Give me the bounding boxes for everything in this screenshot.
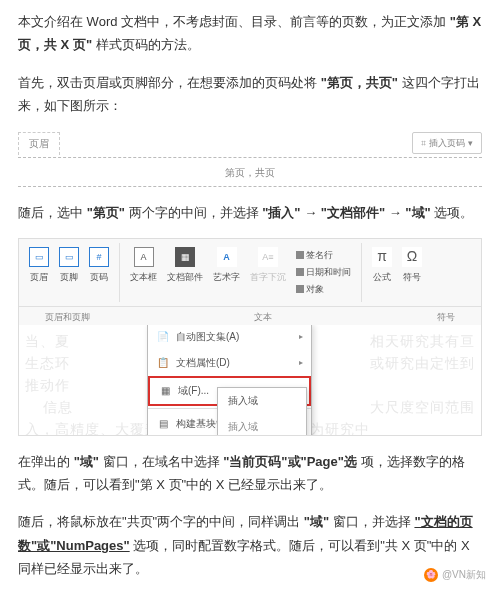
paragraph-4: 在弹出的 "域" 窗口，在域名中选择 "当前页码"或"Page"选 项，选择数字… bbox=[18, 450, 482, 497]
footer-button[interactable]: ▭ 页脚 bbox=[55, 245, 83, 287]
header-icon: ▭ bbox=[29, 247, 49, 267]
dropdown-docprop[interactable]: 📋 文档属性(D) ▸ bbox=[148, 350, 311, 376]
field-icon: ▦ bbox=[158, 385, 172, 397]
pagenum-icon: # bbox=[89, 247, 109, 267]
pagenum-button[interactable]: # 页码 bbox=[85, 245, 113, 287]
group-label-sym: 符号 bbox=[411, 309, 481, 325]
paragraph-2: 首先，双击页眉或页脚部分，在想要添加的页码处将 "第页，共页" 这四个字打出来，… bbox=[18, 71, 482, 118]
screenshot-header-footer: 页眉 ⌗ 插入页码 ▾ 第页，共页 bbox=[18, 132, 482, 187]
paragraph-1: 本文介绍在 Word 文档中，不考虑封面、目录、前言等的页数，为正文添加 "第 … bbox=[18, 10, 482, 57]
screenshot-ribbon-dropdown: ▭ 页眉 ▭ 页脚 # 页码 A 文本框 ▦ bbox=[18, 238, 482, 436]
autotext-icon: 📄 bbox=[156, 331, 170, 343]
dropcap-icon: A≡ bbox=[258, 247, 278, 267]
header-button[interactable]: ▭ 页眉 bbox=[25, 245, 53, 287]
wordart-button[interactable]: A 艺术字 bbox=[209, 245, 244, 300]
dropdown-autotext[interactable]: 📄 自动图文集(A) ▸ bbox=[148, 325, 311, 350]
blocks-icon: ▤ bbox=[156, 418, 170, 430]
textbox-button[interactable]: A 文本框 bbox=[126, 245, 161, 300]
datetime-icon bbox=[296, 268, 304, 276]
signature-button[interactable]: 签名行 bbox=[296, 247, 333, 263]
hash-icon: ⌗ bbox=[421, 135, 426, 151]
watermark-icon: 🌸 bbox=[424, 568, 438, 582]
chevron-right-icon: ▸ bbox=[299, 330, 303, 344]
formula-button[interactable]: π 公式 bbox=[368, 245, 396, 287]
docprop-icon: 📋 bbox=[156, 357, 170, 369]
chevron-right-icon: ▸ bbox=[299, 356, 303, 370]
ribbon: ▭ 页眉 ▭ 页脚 # 页码 A 文本框 ▦ bbox=[19, 239, 481, 307]
docparts-icon: ▦ bbox=[175, 247, 195, 267]
submenu-insert-field[interactable]: 插入域 bbox=[218, 388, 306, 414]
object-icon bbox=[296, 285, 304, 293]
object-button[interactable]: 对象 bbox=[296, 281, 324, 297]
textbox-icon: A bbox=[134, 247, 154, 267]
header-content-text: 第页，共页 bbox=[18, 160, 482, 186]
docparts-button[interactable]: ▦ 文档部件 bbox=[163, 245, 207, 300]
wordart-icon: A bbox=[217, 247, 237, 267]
group-label-text: 文本 bbox=[115, 309, 411, 325]
footer-icon: ▭ bbox=[59, 247, 79, 267]
datetime-button[interactable]: 日期和时间 bbox=[296, 264, 351, 280]
paragraph-5: 随后，将鼠标放在"共页"两个字的中间，同样调出 "域" 窗口，并选择 "文档的页… bbox=[18, 510, 482, 580]
omega-icon: Ω bbox=[402, 247, 422, 267]
watermark: 🌸 @VN新知 bbox=[424, 566, 486, 584]
header-label: 页眉 bbox=[18, 132, 60, 155]
signature-icon bbox=[296, 251, 304, 259]
chevron-down-icon: ▾ bbox=[468, 135, 473, 151]
dropcap-button[interactable]: A≡ 首字下沉 bbox=[246, 245, 290, 300]
pi-icon: π bbox=[372, 247, 392, 267]
group-label-hf: 页眉和页脚 bbox=[19, 309, 115, 325]
field-submenu: 插入域 插入域 bbox=[217, 387, 307, 435]
paragraph-3: 随后，选中 "第页" 两个字的中间，并选择 "插入" → "文档部件" → "域… bbox=[18, 201, 482, 224]
document-background: 当、夏 相天研究其有亘 生态环 或研究由定性到 推动作 信息 大尺度空间范围 入… bbox=[19, 325, 481, 435]
insert-pagenum-button[interactable]: ⌗ 插入页码 ▾ bbox=[412, 132, 482, 154]
submenu-insert-field-2[interactable]: 插入域 bbox=[218, 414, 306, 435]
symbol-button[interactable]: Ω 符号 bbox=[398, 245, 426, 287]
